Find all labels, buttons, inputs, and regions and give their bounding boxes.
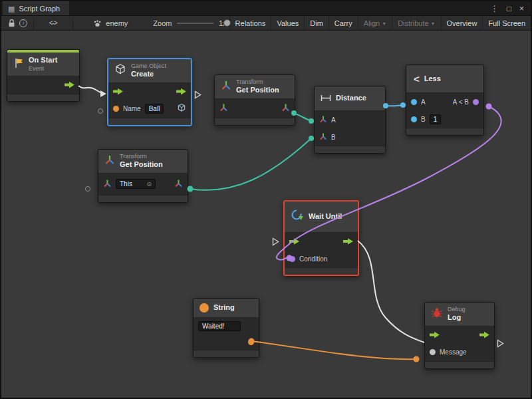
tab-title: Script Graph bbox=[19, 5, 60, 13]
node-category: Transform bbox=[236, 78, 279, 86]
unconnected-flow-out[interactable] bbox=[497, 338, 504, 350]
flow-out-port[interactable] bbox=[343, 238, 353, 245]
node-title: Get Position bbox=[120, 160, 163, 170]
zoom-slider-track bbox=[177, 23, 213, 24]
node-title: Get Position bbox=[236, 86, 279, 95]
node-footer bbox=[406, 128, 483, 135]
transform-axes-icon bbox=[221, 80, 231, 93]
node-title: Log bbox=[448, 313, 466, 323]
node-title: Create bbox=[131, 70, 166, 79]
object-picker-icon[interactable]: ⊙ bbox=[146, 181, 152, 188]
unconnected-value-port[interactable] bbox=[98, 108, 103, 114]
node-subtitle: Event bbox=[29, 65, 57, 72]
node-wait-until[interactable]: Wait Until Condition bbox=[283, 200, 359, 276]
flow-in-port[interactable] bbox=[430, 331, 440, 338]
menu-icon[interactable]: ⋮ bbox=[491, 4, 499, 13]
values-button[interactable]: Values bbox=[271, 16, 304, 30]
overview-button[interactable]: Overview bbox=[441, 16, 483, 30]
node-distance[interactable]: Distance A B bbox=[314, 86, 386, 154]
a-input-port[interactable] bbox=[411, 99, 417, 105]
message-label: Message bbox=[440, 348, 467, 356]
vector-b-input-port[interactable] bbox=[319, 131, 327, 143]
fit-view-icon[interactable]: <-> bbox=[47, 17, 59, 30]
graph-canvas[interactable]: On Start Event Game Object Create bbox=[1, 31, 531, 398]
name-port-label: Name bbox=[123, 105, 141, 112]
paw-icon bbox=[91, 17, 103, 30]
flow-out-port[interactable] bbox=[479, 331, 489, 338]
graph-target-name: enemy bbox=[106, 19, 128, 27]
full-screen-button[interactable]: Full Screen bbox=[482, 16, 531, 30]
node-less[interactable]: < Less A A < B B 1 bbox=[406, 65, 484, 136]
wire-getpos1-distance-a bbox=[294, 113, 311, 121]
node-footer bbox=[285, 267, 358, 275]
node-create[interactable]: Game Object Create Name Ball bbox=[108, 59, 192, 126]
zoom-slider[interactable] bbox=[177, 17, 213, 30]
node-footer bbox=[315, 146, 385, 153]
message-input-port[interactable] bbox=[430, 349, 436, 355]
toolbar-divider bbox=[33, 18, 34, 29]
wire-getpos2-distance-b bbox=[190, 138, 311, 190]
result-label: A < B bbox=[453, 98, 469, 106]
align-button[interactable]: Align▼ bbox=[358, 16, 392, 30]
unconnected-value-port[interactable] bbox=[85, 186, 90, 192]
unconnected-flow-out[interactable] bbox=[194, 90, 201, 102]
port-b-label: B bbox=[331, 134, 336, 141]
unconnected-flow-in[interactable] bbox=[272, 237, 279, 249]
flow-in-port[interactable] bbox=[113, 88, 123, 95]
position-output-port[interactable] bbox=[281, 102, 290, 114]
target-value-field[interactable]: This ⊙ bbox=[116, 179, 156, 189]
node-title: String bbox=[213, 303, 235, 313]
port-a-label: A bbox=[331, 116, 336, 124]
flow-out-port[interactable] bbox=[65, 81, 74, 88]
wire-arrowhead bbox=[100, 90, 106, 97]
lock-icon[interactable] bbox=[5, 17, 17, 30]
info-icon[interactable]: i bbox=[17, 17, 29, 30]
position-output-port[interactable] bbox=[174, 178, 183, 190]
string-output-port[interactable] bbox=[248, 339, 254, 345]
node-footer bbox=[194, 350, 259, 357]
node-debug-log[interactable]: Debug Log Message bbox=[424, 302, 495, 369]
port-a-label: A bbox=[421, 98, 426, 106]
relations-button[interactable]: Relations bbox=[229, 16, 271, 30]
node-get-position-2[interactable]: Transform Get Position This ⊙ bbox=[98, 149, 188, 203]
flow-in-port[interactable] bbox=[289, 238, 299, 245]
node-footer bbox=[108, 118, 191, 125]
node-title: Less bbox=[424, 74, 441, 84]
wire-distance-less bbox=[386, 105, 403, 106]
condition-input-port[interactable] bbox=[289, 256, 295, 262]
name-value-field[interactable]: Ball bbox=[145, 104, 164, 114]
dim-button[interactable]: Dim bbox=[304, 16, 329, 30]
maximize-icon[interactable]: □ bbox=[507, 4, 511, 13]
chevron-down-icon: ▼ bbox=[382, 21, 386, 26]
flag-icon bbox=[13, 57, 24, 71]
transform-input-port[interactable] bbox=[219, 102, 228, 114]
string-value-field[interactable]: Waited! bbox=[198, 321, 241, 331]
carry-button[interactable]: Carry bbox=[329, 16, 358, 30]
name-input-port[interactable] bbox=[113, 106, 119, 112]
node-get-position-1[interactable]: Transform Get Position bbox=[214, 74, 295, 126]
close-icon[interactable]: × bbox=[519, 4, 524, 13]
chevron-down-icon: ▼ bbox=[431, 21, 436, 26]
wire-string-log bbox=[251, 341, 416, 359]
wire-waituntil-log bbox=[358, 241, 424, 342]
zoom-slider-handle[interactable] bbox=[223, 19, 231, 27]
less-than-icon: < bbox=[414, 74, 420, 84]
vector-a-input-port[interactable] bbox=[319, 114, 327, 126]
condition-label: Condition bbox=[299, 255, 327, 263]
tab-script-graph[interactable]: ▦ Script Graph bbox=[3, 1, 69, 15]
node-string[interactable]: String Waited! bbox=[193, 298, 259, 358]
script-graph-icon: ▦ bbox=[8, 5, 15, 13]
b-value-field[interactable]: 1 bbox=[430, 114, 442, 124]
script-graph-window: ▦ Script Graph ⋮ □ × i <-> enemy Zoom 1x… bbox=[0, 0, 532, 399]
node-on-start[interactable]: On Start Event bbox=[7, 49, 80, 102]
distance-icon bbox=[321, 92, 331, 104]
gameobject-output-port[interactable] bbox=[177, 103, 186, 115]
b-input-port[interactable] bbox=[411, 116, 417, 122]
node-footer bbox=[215, 118, 295, 125]
transform-input-port[interactable] bbox=[103, 178, 112, 190]
cube-icon bbox=[114, 63, 126, 78]
flow-out-port[interactable] bbox=[176, 88, 186, 95]
result-output-port[interactable] bbox=[473, 99, 479, 105]
string-icon bbox=[200, 303, 209, 313]
distribute-button[interactable]: Distribute▼ bbox=[392, 16, 440, 30]
